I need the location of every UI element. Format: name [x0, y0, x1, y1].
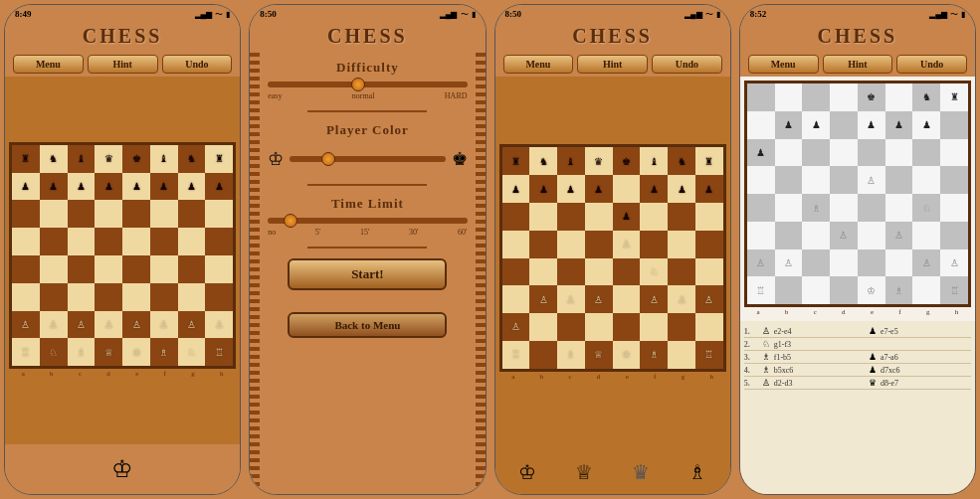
board-cell[interactable]: ♖ — [695, 341, 723, 369]
board-cell[interactable]: ♟ — [775, 111, 803, 139]
board-cell[interactable] — [830, 194, 858, 222]
board-cell[interactable] — [502, 203, 530, 231]
undo-button-3[interactable]: Undo — [652, 55, 722, 74]
board-cell[interactable] — [775, 139, 803, 167]
board-cell[interactable]: ♗ — [557, 341, 585, 369]
board-cell[interactable]: ♗ — [885, 276, 913, 304]
board-cell[interactable] — [68, 228, 96, 255]
board-cell[interactable] — [122, 228, 150, 255]
board-cell[interactable] — [502, 258, 530, 286]
board-cell[interactable] — [695, 231, 723, 258]
board-cell[interactable] — [95, 200, 122, 228]
undo-button-4[interactable]: Undo — [896, 55, 967, 74]
menu-button-1[interactable]: Menu — [13, 55, 84, 74]
board-cell[interactable]: ♔ — [122, 338, 150, 366]
board-cell[interactable] — [40, 255, 68, 283]
board-cell[interactable] — [12, 228, 40, 255]
board-cell[interactable] — [885, 139, 913, 167]
board-cell[interactable]: ♙ — [858, 166, 885, 194]
board-cell[interactable] — [640, 231, 668, 258]
board-cell[interactable]: ♗ — [802, 194, 830, 222]
board-cell[interactable]: ♟ — [747, 139, 775, 167]
board-cell[interactable] — [640, 313, 668, 341]
board-cell[interactable] — [557, 231, 585, 258]
board-cell[interactable] — [178, 283, 206, 311]
difficulty-slider[interactable] — [268, 82, 467, 87]
board-cell[interactable]: ♞ — [40, 145, 68, 173]
board-cell[interactable] — [940, 111, 968, 139]
board-cell[interactable]: ♙ — [747, 250, 775, 277]
board-cell[interactable]: ♙ — [557, 285, 585, 313]
board-cell[interactable] — [747, 222, 775, 250]
board-cell[interactable] — [695, 203, 723, 231]
board-cell[interactable]: ♙ — [68, 311, 96, 339]
board-cell[interactable] — [775, 276, 803, 304]
board-cell[interactable]: ♙ — [668, 285, 695, 313]
board-cell[interactable] — [830, 250, 858, 277]
board-cell[interactable]: ♛ — [95, 145, 122, 173]
board-cell[interactable] — [747, 194, 775, 222]
board-cell[interactable] — [747, 111, 775, 139]
board-cell[interactable]: ♙ — [40, 311, 68, 339]
board-cell[interactable] — [122, 200, 150, 228]
board-cell[interactable] — [775, 166, 803, 194]
board-cell[interactable]: ♟ — [613, 203, 641, 231]
board-cell[interactable]: ♘ — [912, 194, 940, 222]
board-cell[interactable]: ♜ — [940, 83, 968, 111]
board-cell[interactable]: ♜ — [205, 145, 233, 173]
board-cell[interactable] — [695, 313, 723, 341]
board-cell[interactable] — [802, 250, 830, 277]
time-thumb[interactable] — [284, 214, 297, 228]
board-cell[interactable] — [775, 222, 803, 250]
board-cell[interactable] — [668, 231, 695, 258]
board-cell[interactable] — [12, 200, 40, 228]
board-cell[interactable]: ♞ — [529, 147, 557, 175]
board-cell[interactable]: ♘ — [640, 258, 668, 286]
board-cell[interactable]: ♚ — [858, 83, 885, 111]
board-cell[interactable]: ♖ — [502, 341, 530, 369]
board-cell[interactable]: ♜ — [12, 145, 40, 173]
board-cell[interactable]: ♙ — [529, 285, 557, 313]
board-cell[interactable]: ♙ — [695, 285, 723, 313]
board-cell[interactable]: ♙ — [205, 311, 233, 339]
board-cell[interactable]: ♟ — [529, 175, 557, 203]
board-cell[interactable] — [529, 313, 557, 341]
board-cell[interactable]: ♝ — [68, 145, 96, 173]
board-cell[interactable] — [529, 258, 557, 286]
board-cell[interactable] — [95, 255, 122, 283]
menu-button-4[interactable]: Menu — [748, 55, 819, 74]
board-cell[interactable] — [585, 258, 613, 286]
board-cell[interactable]: ♚ — [613, 147, 641, 175]
board-cell[interactable] — [858, 250, 885, 277]
board-cell[interactable]: ♔ — [858, 276, 885, 304]
board-cell[interactable] — [775, 194, 803, 222]
board-cell[interactable] — [858, 194, 885, 222]
board-cell[interactable]: ♟ — [858, 111, 885, 139]
board-cell[interactable]: ♚ — [122, 145, 150, 173]
board-cell[interactable]: ♗ — [640, 341, 668, 369]
board-cell[interactable]: ♞ — [668, 147, 695, 175]
board-cell[interactable] — [668, 341, 695, 369]
board-cell[interactable] — [150, 200, 178, 228]
board-cell[interactable] — [502, 285, 530, 313]
board-cell[interactable] — [695, 258, 723, 286]
board-cell[interactable]: ♘ — [178, 338, 206, 366]
menu-button-3[interactable]: Menu — [503, 55, 574, 74]
board-cell[interactable]: ♙ — [95, 311, 122, 339]
board-cell[interactable]: ♖ — [747, 276, 775, 304]
board-cell[interactable]: ♙ — [12, 311, 40, 339]
board-cell[interactable]: ♖ — [12, 338, 40, 366]
board-cell[interactable] — [178, 200, 206, 228]
difficulty-thumb[interactable] — [351, 78, 365, 91]
board-cell[interactable]: ♙ — [178, 311, 206, 339]
board-cell[interactable] — [830, 276, 858, 304]
board-cell[interactable]: ♞ — [178, 145, 206, 173]
board-cell[interactable]: ♖ — [205, 338, 233, 366]
board-cell[interactable] — [557, 313, 585, 341]
board-cell[interactable] — [150, 255, 178, 283]
board-cell[interactable]: ♘ — [40, 338, 68, 366]
board-cell[interactable] — [775, 83, 803, 111]
board-cell[interactable]: ♖ — [940, 276, 968, 304]
undo-button-1[interactable]: Undo — [162, 55, 233, 74]
board-cell[interactable] — [529, 231, 557, 258]
